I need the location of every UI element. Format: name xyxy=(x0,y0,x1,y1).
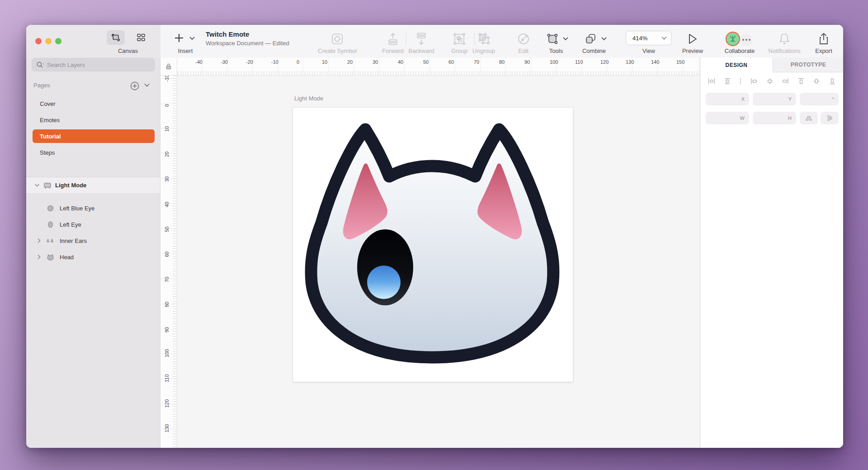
tidy-button[interactable] xyxy=(739,77,742,85)
align-right-button[interactable] xyxy=(781,77,789,85)
h-ruler-label: 10 xyxy=(322,59,327,65)
align-center-horizontally-button[interactable] xyxy=(766,77,774,85)
tools-label: Tools xyxy=(549,47,563,54)
align-left-button[interactable] xyxy=(750,77,758,85)
align-bottom-button[interactable] xyxy=(828,77,836,85)
document-subtitle: Workspace Document — Edited xyxy=(206,40,289,47)
v-ruler-label: 0 xyxy=(164,104,170,107)
width-field[interactable]: W xyxy=(706,112,749,124)
move-forward-button[interactable] xyxy=(386,32,400,46)
document-title-block: Twitch Emote Workspace Document — Edited xyxy=(206,30,289,47)
horizontal-ruler[interactable]: -40-30-20-100102030405060708090100110120… xyxy=(177,57,700,76)
tab-prototype[interactable]: PROTOTYPE xyxy=(773,57,843,72)
close-window-button[interactable] xyxy=(35,38,42,44)
flip-horizontal-button[interactable] xyxy=(800,112,818,124)
v-ruler-label: 110 xyxy=(164,375,170,383)
expand-chevron-icon[interactable] xyxy=(37,238,42,243)
preview-button[interactable] xyxy=(687,32,698,46)
combine-button[interactable] xyxy=(584,32,608,46)
circle-shape-icon xyxy=(46,205,54,212)
view-label: View xyxy=(642,47,655,54)
ruler-corner xyxy=(160,57,177,76)
search-icon xyxy=(36,61,45,68)
page-item-steps[interactable]: Steps xyxy=(33,146,155,159)
tab-design[interactable]: DESIGN xyxy=(700,57,773,72)
artboard-expand-chevron[interactable] xyxy=(34,183,40,187)
v-ruler-label: 40 xyxy=(164,201,170,207)
components-view-toggle[interactable] xyxy=(133,30,149,45)
layer-item-inner-ears[interactable]: Inner Ears xyxy=(26,233,160,249)
v-ruler-label: 30 xyxy=(164,176,170,182)
expand-chevron-icon[interactable] xyxy=(37,254,42,260)
h-ruler-label: 120 xyxy=(600,59,609,65)
canvas-view-toggle[interactable] xyxy=(107,30,125,45)
search-input[interactable] xyxy=(47,62,137,68)
x-position-field[interactable]: X xyxy=(706,93,749,105)
h-ruler-label: 30 xyxy=(373,59,378,65)
tools-button[interactable] xyxy=(546,32,570,46)
zoom-window-button[interactable] xyxy=(55,38,61,44)
page-item-cover[interactable]: Cover xyxy=(33,97,155,110)
v-ruler-label: 20 xyxy=(164,152,170,157)
zoom-level-dropdown[interactable]: 414% xyxy=(626,31,672,45)
group-button[interactable] xyxy=(453,32,466,46)
pages-collapse-chevron[interactable] xyxy=(144,83,150,87)
export-button[interactable] xyxy=(817,32,830,46)
artboard-title[interactable]: Light Mode xyxy=(294,95,323,102)
export-label: Export xyxy=(815,47,832,54)
create-symbol-label: Create Symbol xyxy=(318,47,357,54)
artboard-light-mode[interactable] xyxy=(293,108,573,382)
pages-header: Pages xyxy=(33,82,50,89)
height-field[interactable]: H xyxy=(753,112,796,124)
v-ruler-label: 120 xyxy=(164,399,170,407)
v-ruler-label: -10 xyxy=(164,76,170,82)
minimize-window-button[interactable] xyxy=(45,38,52,44)
cat-head-shape xyxy=(311,129,553,357)
align-middle-vertically-button[interactable] xyxy=(812,77,821,85)
v-ruler-label: 50 xyxy=(164,227,170,232)
distribute-horizontally-button[interactable] xyxy=(708,77,716,85)
rotation-field[interactable]: ° xyxy=(800,93,839,105)
layer-item-left-eye[interactable]: Left Eye xyxy=(26,216,160,233)
add-page-button[interactable] xyxy=(130,81,140,91)
align-top-button[interactable] xyxy=(797,77,805,85)
collaborate-more-button[interactable] xyxy=(741,34,752,46)
ungroup-button[interactable] xyxy=(477,32,491,46)
create-symbol-button[interactable] xyxy=(330,32,344,46)
cat-shape-icon xyxy=(46,254,54,261)
oval-shape-icon xyxy=(46,221,54,228)
edit-button[interactable] xyxy=(517,32,530,46)
page-item-emotes[interactable]: Emotes xyxy=(33,113,155,127)
search-layers-field[interactable] xyxy=(32,58,155,71)
h-ruler-label: 70 xyxy=(474,59,479,65)
toolbar: Canvas Insert Twitch Emote Workspace Doc… xyxy=(26,25,843,57)
h-ruler-label: -10 xyxy=(271,59,278,65)
distribute-vertically-button[interactable] xyxy=(723,77,731,85)
canvas-area[interactable]: -40-30-20-100102030405060708090100110120… xyxy=(160,57,700,448)
h-ruler-label: 130 xyxy=(626,59,634,65)
layer-item-left-blue-eye[interactable]: Left Blue Eye xyxy=(26,200,160,216)
backward-label: Backward xyxy=(408,47,434,54)
h-ruler-label: 140 xyxy=(651,59,659,65)
edit-label: Edit xyxy=(519,47,528,54)
cat-emote-drawing[interactable] xyxy=(293,108,573,382)
notifications-button[interactable] xyxy=(778,32,791,46)
h-ruler-label: 40 xyxy=(398,59,403,65)
layer-item-head[interactable]: Head xyxy=(26,249,160,265)
page-item-tutorial[interactable]: Tutorial xyxy=(33,129,155,143)
v-ruler-label: 60 xyxy=(164,252,170,257)
h-ruler-label: 50 xyxy=(423,59,429,65)
h-ruler-label: 150 xyxy=(676,59,684,65)
vertical-ruler[interactable]: -100102030405060708090100110120130 xyxy=(160,76,177,448)
y-position-field[interactable]: Y xyxy=(753,93,796,105)
move-backward-button[interactable] xyxy=(415,32,428,46)
h-ruler-label: -40 xyxy=(195,59,203,65)
flip-vertical-button[interactable] xyxy=(821,112,839,124)
collaborator-avatar[interactable] xyxy=(726,32,740,46)
v-ruler-label: 90 xyxy=(164,327,170,332)
canvas-toggle-label: Canvas xyxy=(118,47,138,54)
layer-item-artboard-light-mode[interactable]: Light Mode xyxy=(26,177,160,194)
insert-button[interactable] xyxy=(174,32,195,45)
artboard-name: Light Mode xyxy=(55,182,86,189)
combine-label: Combine xyxy=(582,47,606,54)
